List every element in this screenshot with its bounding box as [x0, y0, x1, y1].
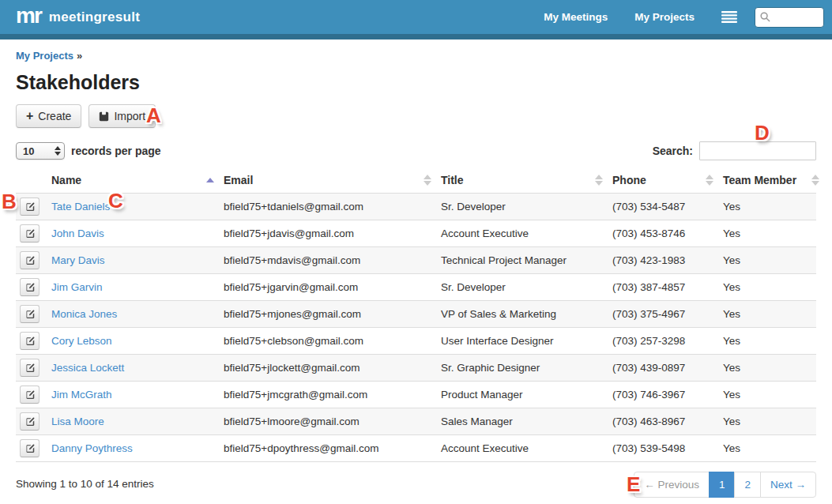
next-page-button[interactable]: Next →: [760, 472, 816, 498]
stakeholder-name-link[interactable]: Monica Jones: [51, 308, 117, 320]
toolbar: + Create Import: [16, 104, 816, 128]
stakeholder-email: bfield75+lmoore@gmail.com: [224, 408, 441, 435]
table-row: John Davis bfield75+jdavis@gmail.com Acc…: [16, 220, 816, 247]
annotation-letter-e: E: [627, 474, 640, 495]
page-1-button[interactable]: 1: [709, 472, 736, 498]
table-row: Jessica Lockett bfield75+jlockett@gmail.…: [16, 355, 816, 382]
edit-row-button[interactable]: [20, 197, 40, 216]
breadcrumb-my-projects-link[interactable]: My Projects: [16, 50, 73, 62]
stakeholder-phone: (703) 534-5487: [612, 194, 723, 220]
edit-row-button[interactable]: [20, 278, 40, 296]
stakeholder-name-link[interactable]: Mary Davis: [51, 254, 105, 266]
stakeholder-phone: (703) 746-3967: [612, 382, 723, 408]
stakeholder-title: Technical Project Manager: [441, 247, 612, 274]
table-row: Mary Davis bfield75+mdavis@gmail.com Tec…: [16, 247, 816, 274]
edit-row-button[interactable]: [20, 332, 40, 350]
plus-icon: +: [26, 110, 33, 122]
stakeholder-email: bfield75+clebson@gmail.com: [224, 328, 441, 355]
stakeholder-title: Sr. Graphic Designer: [441, 355, 612, 382]
stakeholder-email: bfield75+dpoythress@gmail.com: [224, 435, 441, 462]
annotation-letter-a: A: [146, 105, 161, 126]
stakeholder-title: Account Executive: [441, 435, 612, 462]
records-per-page-value: 10: [23, 145, 55, 157]
table-controls: 10 records per page Search:: [16, 141, 816, 160]
stakeholder-team-member: Yes: [723, 194, 816, 220]
table-row: Monica Jones bfield75+mjones@gmail.com V…: [16, 301, 816, 328]
sort-both-icon: [595, 175, 603, 186]
navbar-search-input[interactable]: [774, 12, 821, 23]
nav-my-projects[interactable]: My Projects: [634, 6, 695, 28]
stakeholder-email: bfield75+jmcgrath@gmail.com: [224, 382, 441, 408]
showing-entries-text: Showing 1 to 10 of 14 entries: [16, 478, 154, 490]
stakeholder-team-member: Yes: [723, 274, 816, 301]
stakeholder-name-link[interactable]: Jessica Lockett: [51, 362, 124, 374]
edit-row-button[interactable]: [20, 251, 40, 269]
records-per-page-select[interactable]: 10: [16, 142, 65, 160]
column-header-email[interactable]: Email: [224, 167, 441, 194]
edit-row-button[interactable]: [20, 412, 40, 431]
stakeholders-table: Name Email Title Phone Team Member: [16, 167, 816, 462]
hamburger-menu-icon[interactable]: [721, 11, 737, 23]
brand-name: meetingresult: [49, 9, 140, 25]
table-footer: Showing 1 to 10 of 14 entries ← Previous…: [16, 472, 816, 498]
annotation-letter-d: D: [755, 122, 770, 143]
column-header-name[interactable]: Name: [51, 167, 224, 194]
column-header-team-member[interactable]: Team Member: [723, 167, 816, 194]
table-search-label: Search:: [653, 145, 693, 157]
stakeholder-name-link[interactable]: Cory Lebson: [51, 335, 112, 347]
import-tray-icon: [99, 111, 109, 122]
stakeholder-team-member: Yes: [723, 435, 816, 462]
create-button[interactable]: + Create: [16, 104, 81, 128]
edit-row-button[interactable]: [20, 305, 40, 323]
edit-pencil-icon: [25, 202, 35, 212]
stakeholder-team-member: Yes: [723, 355, 816, 382]
edit-pencil-icon: [25, 444, 35, 453]
stakeholder-name-link[interactable]: Jim McGrath: [51, 389, 112, 401]
sort-both-icon: [811, 175, 819, 186]
breadcrumb: My Projects»: [16, 50, 816, 62]
search-icon: [760, 12, 770, 22]
records-per-page-label: records per page: [71, 145, 161, 157]
edit-row-button[interactable]: [20, 439, 40, 457]
table-row: Jim McGrath bfield75+jmcgrath@gmail.com …: [16, 382, 816, 408]
stakeholder-title: Sr. Developer: [441, 194, 612, 220]
edit-row-button[interactable]: [20, 224, 40, 243]
stakeholder-name-link[interactable]: Danny Poythress: [51, 442, 133, 454]
edit-pencil-icon: [25, 417, 35, 427]
app-logo[interactable]: mr meetingresult: [16, 5, 140, 30]
stakeholder-name-link[interactable]: Jim Garvin: [51, 281, 103, 293]
stakeholder-phone: (703) 375-4967: [612, 301, 723, 328]
sort-asc-icon: [206, 178, 214, 182]
stakeholder-email: bfield75+jdavis@gmail.com: [224, 220, 441, 247]
stakeholder-phone: (703) 257-3298: [612, 328, 723, 355]
select-stepper-icon: [55, 146, 61, 156]
table-row: Cory Lebson bfield75+clebson@gmail.com U…: [16, 328, 816, 355]
annotation-letter-b: B: [2, 191, 17, 212]
navbar-search-box: [755, 7, 824, 28]
column-header-title[interactable]: Title: [441, 167, 612, 194]
stakeholder-title: Product Manager: [441, 382, 612, 408]
pagination: ← Previous 1 2 Next →: [634, 472, 816, 498]
edit-pencil-icon: [25, 363, 35, 373]
stakeholder-name-link[interactable]: John Davis: [51, 228, 104, 239]
stakeholder-title: Sales Manager: [441, 408, 612, 435]
stakeholder-name-link[interactable]: Tate Daniels: [51, 201, 110, 213]
edit-row-button[interactable]: [20, 359, 40, 377]
nav-my-meetings[interactable]: My Meetings: [544, 6, 608, 28]
previous-page-button[interactable]: ← Previous: [634, 472, 710, 498]
stakeholder-title: Account Executive: [441, 220, 612, 247]
stakeholder-name-link[interactable]: Lisa Moore: [51, 416, 104, 427]
column-header-phone[interactable]: Phone: [612, 167, 723, 194]
page-2-button[interactable]: 2: [734, 472, 761, 498]
edit-row-button[interactable]: [20, 386, 40, 404]
stakeholder-email: bfield75+jlockett@gmail.com: [224, 355, 441, 382]
table-row: Danny Poythress bfield75+dpoythress@gmai…: [16, 435, 816, 462]
stakeholder-team-member: Yes: [723, 247, 816, 274]
table-row: Tate Daniels bfield75+tdaniels@gmail.com…: [16, 194, 816, 220]
breadcrumb-separator: »: [77, 50, 82, 62]
stakeholder-title: VP of Sales & Marketing: [441, 301, 612, 328]
stakeholder-team-member: Yes: [723, 301, 816, 328]
navbar-bottom-strip: [0, 34, 832, 39]
column-header-edit: [16, 167, 51, 194]
table-row: Lisa Moore bfield75+lmoore@gmail.com Sal…: [16, 408, 816, 435]
